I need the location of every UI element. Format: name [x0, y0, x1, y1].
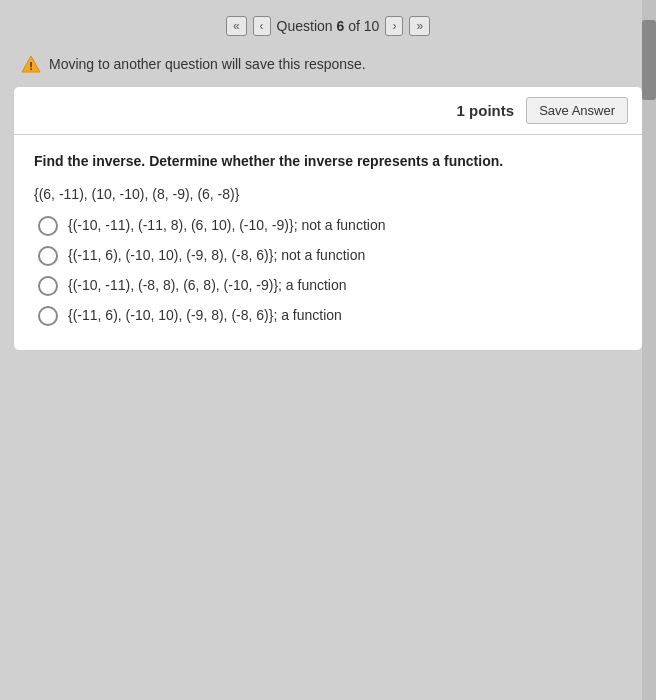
scrollbar-track: [642, 0, 656, 700]
warning-bar: ! Moving to another question will save t…: [13, 50, 643, 78]
given-set: {(6, -11), (10, -10), (8, -9), (6, -8)}: [34, 186, 622, 202]
question-total: 10: [364, 18, 380, 34]
question-navigation: « ‹ Question 6 of 10 › »: [13, 10, 643, 42]
question-number: 6: [337, 18, 345, 34]
first-question-button[interactable]: «: [226, 16, 247, 36]
warning-text: Moving to another question will save thi…: [49, 56, 366, 72]
svg-text:!: !: [29, 60, 33, 72]
radio-2[interactable]: [38, 246, 58, 266]
option-3[interactable]: {(-10, -11), (-8, 8), (6, 8), (-10, -9)}…: [38, 276, 622, 296]
question-text: Find the inverse. Determine whether the …: [34, 151, 622, 172]
option-1-text: {(-10, -11), (-11, 8), (6, 10), (-10, -9…: [68, 216, 385, 236]
next-question-button[interactable]: ›: [385, 16, 403, 36]
option-3-text: {(-10, -11), (-8, 8), (6, 8), (-10, -9)}…: [68, 276, 347, 296]
prev-question-button[interactable]: ‹: [253, 16, 271, 36]
card-body: Find the inverse. Determine whether the …: [14, 135, 642, 350]
points-label: 1 points: [457, 102, 515, 119]
option-2[interactable]: {(-11, 6), (-10, 10), (-9, 8), (-8, 6)};…: [38, 246, 622, 266]
question-counter: Question 6 of 10: [277, 18, 380, 34]
radio-3[interactable]: [38, 276, 58, 296]
option-4[interactable]: {(-11, 6), (-10, 10), (-9, 8), (-8, 6)};…: [38, 306, 622, 326]
option-2-text: {(-11, 6), (-10, 10), (-9, 8), (-8, 6)};…: [68, 246, 365, 266]
radio-1[interactable]: [38, 216, 58, 236]
save-answer-button[interactable]: Save Answer: [526, 97, 628, 124]
radio-4[interactable]: [38, 306, 58, 326]
warning-icon: !: [21, 54, 41, 74]
option-1[interactable]: {(-10, -11), (-11, 8), (6, 10), (-10, -9…: [38, 216, 622, 236]
answer-options: {(-10, -11), (-11, 8), (6, 10), (-10, -9…: [34, 216, 622, 326]
question-card: 1 points Save Answer Find the inverse. D…: [13, 86, 643, 351]
card-header: 1 points Save Answer: [14, 87, 642, 135]
last-question-button[interactable]: »: [409, 16, 430, 36]
scrollbar-thumb[interactable]: [642, 20, 656, 100]
option-4-text: {(-11, 6), (-10, 10), (-9, 8), (-8, 6)};…: [68, 306, 342, 326]
